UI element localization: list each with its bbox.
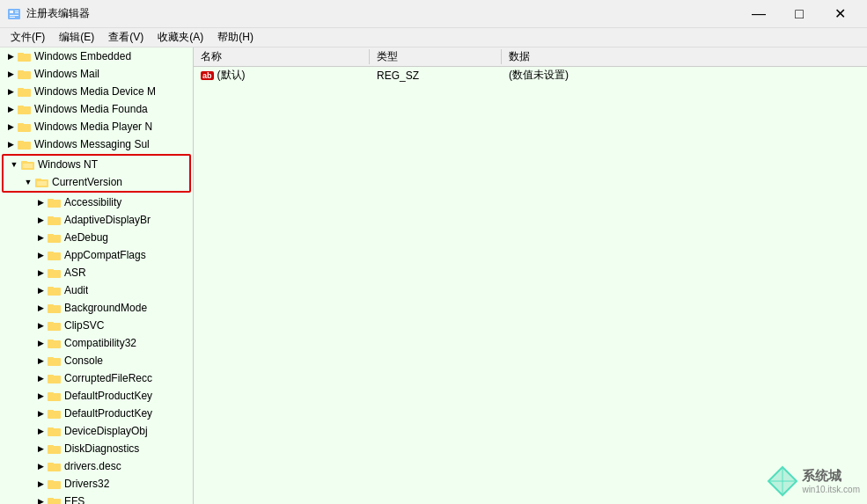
tree-panel[interactable]: ▶ Windows Embedded ▶ Windows Mail ▶ Wind… (0, 47, 194, 504)
tree-label: AeDebug (64, 231, 108, 244)
folder-icon (48, 284, 62, 296)
watermark: 系统城 win10.itsk.com (767, 465, 860, 497)
watermark-text-container: 系统城 win10.itsk.com (802, 468, 860, 494)
folder-icon (18, 68, 32, 80)
folder-icon (48, 337, 62, 349)
tree-label: DiskDiagnostics (64, 442, 139, 455)
folder-icon (18, 121, 32, 133)
title-controls: — □ ✕ (738, 0, 860, 28)
expand-icon: ▶ (33, 248, 48, 262)
folder-icon (48, 267, 62, 279)
tree-item-ae-debug[interactable]: ▶ AeDebug (0, 229, 193, 246)
tree-item-default-product-key1[interactable]: ▶ DefaultProductKey (0, 387, 193, 405)
svg-rect-5 (10, 17, 15, 18)
svg-rect-15 (18, 123, 24, 126)
svg-rect-53 (48, 445, 54, 448)
tree-item-windows-messaging[interactable]: ▶ Windows Messaging Sul (0, 135, 193, 153)
folder-icon-open (35, 176, 49, 188)
menu-help[interactable]: 帮助(H) (210, 28, 261, 47)
tree-item-asr[interactable]: ▶ ASR (0, 264, 193, 281)
menu-bar: 文件(F) 编辑(E) 查看(V) 收藏夹(A) 帮助(H) (0, 28, 867, 47)
tree-item-windows-embedded[interactable]: ▶ Windows Embedded (0, 47, 193, 65)
tree-item-efs[interactable]: ▶ EFS (0, 493, 193, 504)
tree-label: CurrentVersion (52, 176, 122, 188)
watermark-url: win10.itsk.com (802, 485, 860, 494)
folder-icon-open (21, 158, 35, 171)
menu-edit[interactable]: 编辑(E) (52, 28, 101, 47)
tree-item-compat32[interactable]: ▶ Compatibility32 (0, 334, 193, 352)
expand-icon: ▶ (4, 67, 18, 81)
expand-icon: ▶ (33, 266, 48, 280)
folder-icon (48, 302, 62, 314)
menu-file[interactable]: 文件(F) (4, 28, 52, 47)
tree-item-windows-nt[interactable]: ▼ Windows NT (4, 156, 189, 173)
tree-item-adaptive-display[interactable]: ▶ AdaptiveDisplayBr (0, 211, 193, 229)
tree-item-accessibility[interactable]: ▶ Accessibility (0, 194, 193, 211)
tree-label: Accessibility (64, 196, 121, 208)
table-header: 名称 类型 数据 (194, 47, 867, 67)
tree-item-drivers32[interactable]: ▶ Drivers32 (0, 475, 193, 493)
svg-rect-1 (10, 11, 13, 13)
expand-icon: ▶ (33, 336, 48, 350)
menu-view[interactable]: 查看(V) (101, 28, 151, 47)
tree-item-windows-mail[interactable]: ▶ Windows Mail (0, 65, 193, 83)
svg-rect-47 (48, 392, 54, 395)
expand-icon: ▶ (4, 120, 18, 134)
tree-item-drivers-desc[interactable]: ▶ drivers.desc (0, 457, 193, 475)
tree-label: Windows Embedded (34, 50, 131, 62)
tree-item-background-mode[interactable]: ▶ BackgroundMode (0, 299, 193, 317)
tree-item-audit[interactable]: ▶ Audit (0, 281, 193, 299)
folder-icon (48, 442, 62, 455)
tree-label: DeviceDisplayObj (64, 425, 148, 437)
tree-item-console[interactable]: ▶ Console (0, 352, 193, 369)
folder-icon (48, 249, 62, 261)
tree-item-disk-diagnostics[interactable]: ▶ DiskDiagnostics (0, 440, 193, 457)
tree-label: drivers.desc (64, 460, 121, 472)
table-body: ab (默认) REG_SZ (数值未设置) (194, 67, 867, 504)
tree-item-windows-media-player[interactable]: ▶ Windows Media Player N (0, 118, 193, 135)
tree-label: Audit (64, 284, 88, 296)
row-name-value: (默认) (217, 68, 246, 83)
minimize-button[interactable]: — (738, 0, 779, 28)
tree-item-current-version[interactable]: ▼ CurrentVersion (4, 173, 189, 191)
svg-rect-13 (18, 106, 24, 108)
table-row[interactable]: ab (默认) REG_SZ (数值未设置) (194, 67, 867, 84)
svg-rect-9 (18, 70, 24, 73)
folder-icon (18, 50, 32, 62)
svg-rect-43 (48, 357, 54, 360)
folder-icon (48, 425, 62, 437)
menu-favorites[interactable]: 收藏夹(A) (151, 28, 210, 47)
tree-label: DefaultProductKey (64, 407, 152, 420)
maximize-button[interactable]: □ (779, 0, 819, 28)
svg-rect-49 (48, 410, 54, 413)
close-button[interactable]: ✕ (819, 0, 860, 28)
tree-item-corrupted-file[interactable]: ▶ CorruptedFileRecc (0, 369, 193, 387)
svg-rect-45 (48, 375, 54, 377)
expand-icon: ▶ (33, 301, 48, 315)
folder-icon (48, 319, 62, 332)
cell-name: ab (默认) (194, 68, 370, 83)
svg-rect-4 (10, 15, 18, 16)
tree-label: CorruptedFileRecc (64, 372, 152, 384)
tree-item-clip-svc[interactable]: ▶ ClipSVC (0, 317, 193, 334)
tree-label: ASR (64, 267, 86, 279)
tree-item-device-display[interactable]: ▶ DeviceDisplayObj (0, 422, 193, 440)
tree-item-windows-media-device[interactable]: ▶ Windows Media Device M (0, 83, 193, 100)
title-bar-left: 注册表编辑器 (7, 6, 90, 21)
folder-icon (48, 460, 62, 472)
expand-icon: ▶ (4, 137, 18, 151)
tree-item-default-product-key2[interactable]: ▶ DefaultProductKey (0, 405, 193, 422)
expand-icon: ▶ (33, 371, 48, 385)
tree-item-app-compat[interactable]: ▶ AppCompatFlags (0, 246, 193, 264)
svg-rect-7 (18, 53, 24, 55)
svg-rect-51 (48, 427, 54, 430)
app-icon (7, 7, 21, 21)
svg-rect-3 (15, 12, 18, 13)
tree-item-windows-media-founda[interactable]: ▶ Windows Media Founda (0, 100, 193, 118)
expand-icon: ▶ (33, 442, 48, 456)
tree-label: Windows Media Player N (34, 121, 152, 133)
expand-icon: ▶ (33, 494, 48, 504)
folder-icon (48, 495, 62, 504)
tree-label: Windows Media Device M (34, 85, 156, 98)
expand-icon: ▶ (33, 477, 48, 491)
